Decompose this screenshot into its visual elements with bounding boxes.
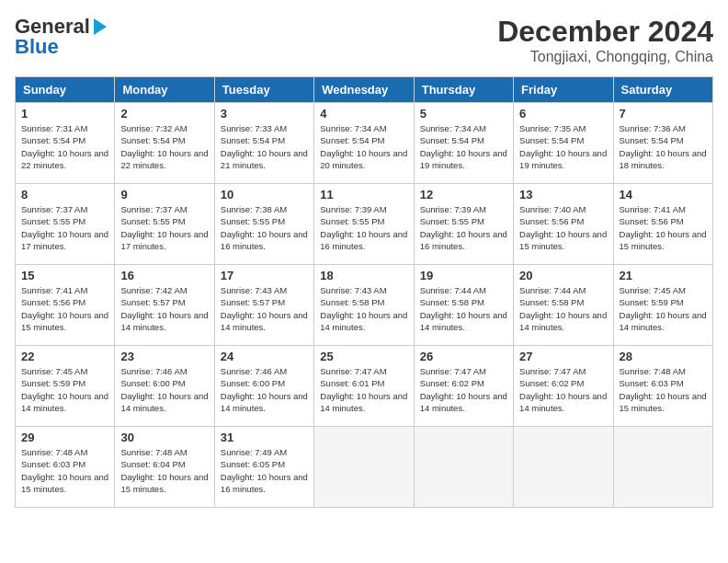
day-number: 28 <box>620 350 707 363</box>
calendar-cell: 3Sunrise: 7:33 AMSunset: 5:54 PMDaylight… <box>214 103 313 184</box>
day-number: 10 <box>221 188 308 201</box>
day-info: Sunrise: 7:41 AMSunset: 5:56 PMDaylight:… <box>21 284 108 333</box>
day-info: Sunrise: 7:36 AMSunset: 5:54 PMDaylight:… <box>620 122 707 171</box>
day-info: Sunrise: 7:35 AMSunset: 5:54 PMDaylight:… <box>519 122 607 171</box>
day-info: Sunrise: 7:44 AMSunset: 5:58 PMDaylight:… <box>420 284 507 333</box>
col-thursday: Thursday <box>414 77 513 103</box>
calendar-cell: 9Sunrise: 7:37 AMSunset: 5:55 PMDaylight… <box>115 184 214 265</box>
calendar-week-row: 1Sunrise: 7:31 AMSunset: 5:54 PMDaylight… <box>16 103 713 184</box>
day-number: 27 <box>519 350 607 363</box>
calendar-week-row: 8Sunrise: 7:37 AMSunset: 5:55 PMDaylight… <box>16 184 713 265</box>
day-number: 22 <box>21 350 108 363</box>
day-info: Sunrise: 7:48 AMSunset: 6:04 PMDaylight:… <box>120 446 208 495</box>
col-monday: Monday <box>115 77 214 103</box>
day-info: Sunrise: 7:38 AMSunset: 5:55 PMDaylight:… <box>221 203 308 252</box>
calendar-week-row: 29Sunrise: 7:48 AMSunset: 6:03 PMDayligh… <box>16 427 713 508</box>
calendar-cell: 5Sunrise: 7:34 AMSunset: 5:54 PMDaylight… <box>414 103 513 184</box>
day-info: Sunrise: 7:49 AMSunset: 6:05 PMDaylight:… <box>221 446 308 495</box>
day-info: Sunrise: 7:45 AMSunset: 5:59 PMDaylight:… <box>620 284 707 333</box>
calendar-header-row: Sunday Monday Tuesday Wednesday Thursday… <box>16 77 713 103</box>
day-number: 5 <box>420 107 507 121</box>
calendar-cell: 22Sunrise: 7:45 AMSunset: 5:59 PMDayligh… <box>16 346 115 427</box>
calendar-cell: 27Sunrise: 7:47 AMSunset: 6:02 PMDayligh… <box>514 346 613 427</box>
calendar-cell: 28Sunrise: 7:48 AMSunset: 6:03 PMDayligh… <box>613 346 712 427</box>
day-info: Sunrise: 7:47 AMSunset: 6:02 PMDaylight:… <box>519 365 607 414</box>
day-number: 20 <box>519 269 607 282</box>
day-info: Sunrise: 7:43 AMSunset: 5:57 PMDaylight:… <box>221 284 308 333</box>
day-number: 2 <box>120 107 208 121</box>
day-number: 29 <box>21 431 108 444</box>
day-info: Sunrise: 7:45 AMSunset: 5:59 PMDaylight:… <box>21 365 108 414</box>
day-info: Sunrise: 7:34 AMSunset: 5:54 PMDaylight:… <box>320 122 407 171</box>
day-number: 19 <box>420 269 507 282</box>
title-section: December 2024 Tongjiaxi, Chongqing, Chin… <box>497 15 713 65</box>
col-wednesday: Wednesday <box>314 77 414 103</box>
calendar-cell: 12Sunrise: 7:39 AMSunset: 5:55 PMDayligh… <box>414 184 513 265</box>
calendar-cell: 8Sunrise: 7:37 AMSunset: 5:55 PMDaylight… <box>16 184 115 265</box>
day-number: 26 <box>420 350 507 363</box>
calendar-cell: 20Sunrise: 7:44 AMSunset: 5:58 PMDayligh… <box>514 265 613 346</box>
day-number: 16 <box>120 269 208 282</box>
day-number: 11 <box>320 188 407 201</box>
col-tuesday: Tuesday <box>214 77 313 103</box>
col-friday: Friday <box>514 77 613 103</box>
calendar-cell: 18Sunrise: 7:43 AMSunset: 5:58 PMDayligh… <box>314 265 414 346</box>
day-number: 6 <box>519 107 607 121</box>
day-info: Sunrise: 7:41 AMSunset: 5:56 PMDaylight:… <box>620 203 707 252</box>
calendar-cell: 29Sunrise: 7:48 AMSunset: 6:03 PMDayligh… <box>16 427 115 508</box>
day-number: 17 <box>221 269 308 282</box>
day-info: Sunrise: 7:48 AMSunset: 6:03 PMDaylight:… <box>21 446 108 495</box>
calendar-cell <box>414 427 513 508</box>
day-info: Sunrise: 7:39 AMSunset: 5:55 PMDaylight:… <box>320 203 407 252</box>
day-info: Sunrise: 7:34 AMSunset: 5:54 PMDaylight:… <box>420 122 507 171</box>
day-info: Sunrise: 7:43 AMSunset: 5:58 PMDaylight:… <box>320 284 407 333</box>
day-info: Sunrise: 7:44 AMSunset: 5:58 PMDaylight:… <box>519 284 607 333</box>
calendar-cell: 6Sunrise: 7:35 AMSunset: 5:54 PMDaylight… <box>514 103 613 184</box>
day-info: Sunrise: 7:42 AMSunset: 5:57 PMDaylight:… <box>120 284 208 333</box>
logo-chevron-icon <box>94 18 107 35</box>
calendar-cell: 21Sunrise: 7:45 AMSunset: 5:59 PMDayligh… <box>613 265 712 346</box>
day-info: Sunrise: 7:46 AMSunset: 6:00 PMDaylight:… <box>120 365 208 414</box>
day-info: Sunrise: 7:33 AMSunset: 5:54 PMDaylight:… <box>221 122 308 171</box>
location-text: Tongjiaxi, Chongqing, China <box>497 49 713 65</box>
day-info: Sunrise: 7:39 AMSunset: 5:55 PMDaylight:… <box>420 203 507 252</box>
day-number: 25 <box>320 350 407 363</box>
day-info: Sunrise: 7:31 AMSunset: 5:54 PMDaylight:… <box>21 122 108 171</box>
calendar-cell: 30Sunrise: 7:48 AMSunset: 6:04 PMDayligh… <box>115 427 214 508</box>
day-info: Sunrise: 7:32 AMSunset: 5:54 PMDaylight:… <box>120 122 208 171</box>
day-info: Sunrise: 7:46 AMSunset: 6:00 PMDaylight:… <box>221 365 308 414</box>
day-info: Sunrise: 7:47 AMSunset: 6:01 PMDaylight:… <box>320 365 407 414</box>
day-number: 1 <box>21 107 108 121</box>
day-number: 9 <box>120 188 208 201</box>
calendar-cell: 14Sunrise: 7:41 AMSunset: 5:56 PMDayligh… <box>613 184 712 265</box>
calendar-cell: 26Sunrise: 7:47 AMSunset: 6:02 PMDayligh… <box>414 346 513 427</box>
calendar-cell: 2Sunrise: 7:32 AMSunset: 5:54 PMDaylight… <box>115 103 214 184</box>
day-info: Sunrise: 7:47 AMSunset: 6:02 PMDaylight:… <box>420 365 507 414</box>
logo: General Blue <box>15 15 107 59</box>
day-number: 14 <box>620 188 707 201</box>
day-number: 30 <box>120 431 208 444</box>
day-number: 18 <box>320 269 407 282</box>
calendar-cell: 4Sunrise: 7:34 AMSunset: 5:54 PMDaylight… <box>314 103 414 184</box>
day-number: 21 <box>620 269 707 282</box>
page-header: General Blue December 2024 Tongjiaxi, Ch… <box>15 15 713 65</box>
calendar-cell <box>613 427 712 508</box>
calendar-cell: 24Sunrise: 7:46 AMSunset: 6:00 PMDayligh… <box>214 346 313 427</box>
calendar-table: Sunday Monday Tuesday Wednesday Thursday… <box>15 76 713 508</box>
calendar-cell <box>514 427 613 508</box>
calendar-week-row: 15Sunrise: 7:41 AMSunset: 5:56 PMDayligh… <box>16 265 713 346</box>
day-info: Sunrise: 7:37 AMSunset: 5:55 PMDaylight:… <box>120 203 208 252</box>
calendar-cell: 23Sunrise: 7:46 AMSunset: 6:00 PMDayligh… <box>115 346 214 427</box>
day-number: 7 <box>620 107 707 121</box>
calendar-cell: 31Sunrise: 7:49 AMSunset: 6:05 PMDayligh… <box>214 427 313 508</box>
day-info: Sunrise: 7:48 AMSunset: 6:03 PMDaylight:… <box>620 365 707 414</box>
logo-text-blue: Blue <box>15 35 107 59</box>
month-title: December 2024 <box>497 15 713 49</box>
day-number: 8 <box>21 188 108 201</box>
day-number: 13 <box>519 188 607 201</box>
calendar-cell <box>314 427 414 508</box>
day-number: 24 <box>221 350 308 363</box>
col-saturday: Saturday <box>613 77 712 103</box>
calendar-cell: 13Sunrise: 7:40 AMSunset: 5:56 PMDayligh… <box>514 184 613 265</box>
day-number: 15 <box>21 269 108 282</box>
